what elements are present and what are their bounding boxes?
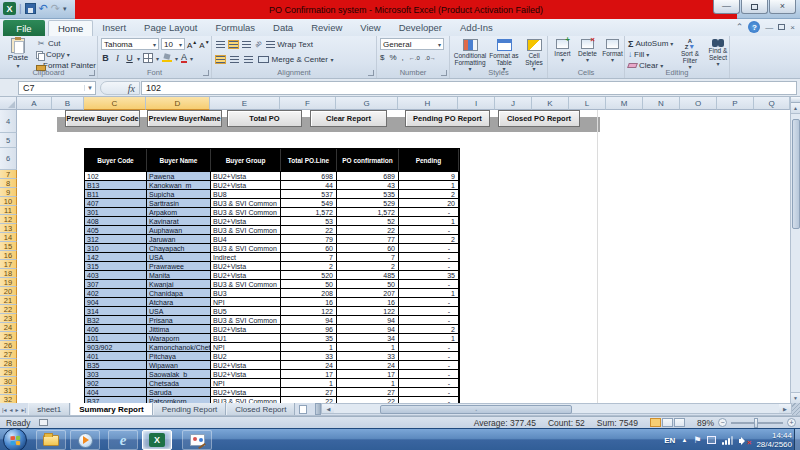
total-po-line-cell[interactable]: 79 [281,234,337,243]
excel-app-icon[interactable]: X [3,2,16,15]
buyer-group-cell[interactable]: BU3 & SVI Common [211,243,281,252]
comma-style-button[interactable]: , [402,53,404,62]
po-confirmation-cell[interactable]: 52 [337,216,399,225]
column-header-g[interactable]: G [336,97,398,110]
tab-file[interactable]: File [3,20,45,36]
button-closed-po-report[interactable]: Closed PO Report [498,110,580,127]
pending-cell[interactable]: 20 [399,198,459,207]
align-middle-button[interactable] [228,40,239,49]
po-confirmation-cell[interactable]: 1 [337,378,399,387]
total-po-line-cell[interactable]: 27 [281,387,337,396]
pending-cell[interactable]: - [399,387,459,396]
buyer-code-cell[interactable]: B35 [85,360,147,369]
po-confirmation-cell[interactable]: 50 [337,279,399,288]
buyer-name-cell[interactable]: Kavinarat [147,216,211,225]
fill-color-icon[interactable] [162,54,172,62]
total-po-line-cell[interactable]: 1,572 [281,207,337,216]
undo-icon[interactable]: ↶ [39,3,48,14]
minimize-button[interactable]: — [713,0,740,14]
pending-cell[interactable]: - [399,306,459,315]
vertical-scrollbar[interactable]: ▲ ▼ [790,97,800,403]
total-po-line-cell[interactable]: 1 [281,342,337,351]
total-po-line-cell[interactable]: 53 [281,216,337,225]
buyer-code-cell[interactable]: 407 [85,198,147,207]
network-signal-icon[interactable] [722,436,733,445]
po-confirmation-cell[interactable]: 207 [337,288,399,297]
page-break-view-icon[interactable] [674,418,685,427]
orientation-button[interactable]: ab [254,40,263,48]
column-header-m[interactable]: M [606,97,643,110]
paste-button[interactable]: Paste ▾ [4,38,32,69]
first-sheet-icon[interactable]: |◂ [2,406,7,413]
buyer-group-cell[interactable]: NPI [211,378,281,387]
po-confirmation-cell[interactable]: 485 [337,270,399,279]
pending-cell[interactable]: - [399,342,459,351]
pending-cell[interactable]: - [399,351,459,360]
button-pending-po-report[interactable]: Pending PO Report [405,110,490,127]
last-sheet-icon[interactable]: ▸| [22,406,27,413]
buyer-group-cell[interactable]: BU1 [211,333,281,342]
italic-button[interactable]: I [113,53,122,63]
taskbar-app-excel[interactable]: X [142,430,172,450]
pending-cell[interactable]: 1 [399,288,459,297]
total-po-line-cell[interactable]: 22 [281,396,337,403]
po-confirmation-cell[interactable]: 7 [337,252,399,261]
clock[interactable]: 14:44 28/4/2560 [756,431,792,449]
po-confirmation-cell[interactable]: 122 [337,306,399,315]
active-cell-c7[interactable]: 102 [85,171,147,180]
po-confirmation-cell[interactable]: 94 [337,324,399,333]
buyer-name-cell[interactable]: Waraporn [147,333,211,342]
buyer-code-cell[interactable]: 301 [85,207,147,216]
po-confirmation-cell[interactable]: 1 [337,342,399,351]
sheet-tab-sheet1[interactable]: sheet1 [28,403,70,415]
pending-cell[interactable]: - [399,261,459,270]
buyer-code-cell[interactable]: 315 [85,261,147,270]
tab-add-ins[interactable]: Add-Ins [451,20,502,36]
po-confirmation-cell[interactable]: 24 [337,360,399,369]
buyer-name-cell[interactable]: Supicha [147,189,211,198]
sheet-tab-summary-report[interactable]: Summary Report [70,403,152,415]
buyer-name-cell[interactable]: Prisana [147,315,211,324]
total-po-line-cell[interactable]: 1 [281,378,337,387]
buyer-name-cell[interactable]: Sarttrasin [147,198,211,207]
buyer-name-cell[interactable]: Pitchaya [147,351,211,360]
total-po-line-cell[interactable]: 60 [281,243,337,252]
doc-restore-icon[interactable] [778,24,785,30]
buyer-name-cell[interactable]: USA [147,306,211,315]
po-confirmation-cell[interactable]: 529 [337,198,399,207]
column-header-c[interactable]: C [84,97,146,110]
total-po-line-cell[interactable]: 122 [281,306,337,315]
buyer-code-cell[interactable]: 403 [85,270,147,279]
buyer-name-cell[interactable]: Auphawan [147,225,211,234]
buyer-code-cell[interactable]: 401 [85,351,147,360]
help-icon[interactable]: ? [748,21,760,33]
buyer-code-cell[interactable]: 303 [85,369,147,378]
buyer-group-cell[interactable]: BU3 & SVI Common [211,207,281,216]
total-po-line-cell[interactable]: 24 [281,360,337,369]
total-po-line-cell[interactable]: 549 [281,198,337,207]
buyer-group-cell[interactable]: BU3 & SVI Common [211,198,281,207]
tab-review[interactable]: Review [302,20,351,36]
redo-icon[interactable]: ↷ [51,3,60,14]
number-format-select[interactable]: General▾ [380,38,444,50]
pending-cell[interactable]: - [399,207,459,216]
buyer-name-cell[interactable]: Jaruwan [147,234,211,243]
buyer-name-cell[interactable]: Pawena [147,171,211,180]
name-box-dropdown-icon[interactable]: ▼ [84,85,95,91]
align-top-button[interactable] [215,40,226,49]
po-confirmation-cell[interactable]: 60 [337,243,399,252]
total-po-line-cell[interactable]: 96 [281,324,337,333]
align-left-button[interactable] [215,55,226,64]
buyer-group-cell[interactable]: BU2+Vista [211,180,281,189]
font-color-icon[interactable]: A [181,53,187,63]
total-po-line-cell[interactable]: 16 [281,297,337,306]
formula-input[interactable]: 102 [141,81,797,95]
buyer-code-cell[interactable]: B11 [85,189,147,198]
macro-record-icon[interactable] [39,419,48,426]
buyer-code-cell[interactable]: B13 [85,180,147,189]
align-center-button[interactable] [229,55,240,64]
zoom-in-icon[interactable]: + [787,418,796,427]
column-header-a[interactable]: A [17,97,52,110]
column-header-i[interactable]: I [458,97,495,110]
sort-filter-button[interactable]: AZ▼ Sort & Filter▾ [677,39,703,71]
